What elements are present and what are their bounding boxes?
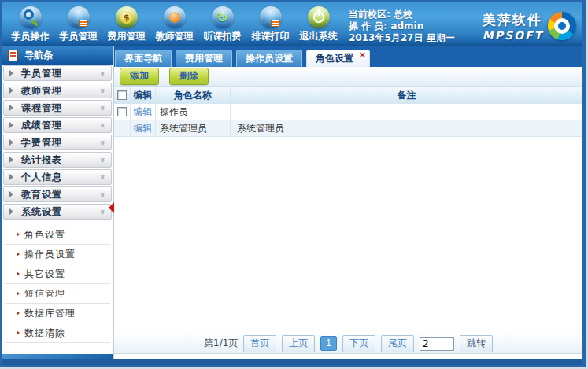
arrow-right-icon: [9, 157, 13, 163]
bottom-bar: [2, 359, 582, 365]
sidebar-item-score-manage[interactable]: 成绩管理 »: [3, 117, 112, 133]
brand-logo: 美萍软件 MPSOFT: [483, 2, 582, 46]
main-area: 导航条 学员管理 » 教师管理 » 课程管理 »: [2, 46, 582, 359]
toolbar-item-label: 教师管理: [156, 30, 194, 43]
sidebar-title: 导航条: [24, 49, 53, 62]
role-name-cell: 操作员: [156, 104, 231, 120]
action-toolbar: 添加 删除: [114, 67, 582, 87]
table-row: 编辑 系统管理员 系统管理员: [114, 120, 582, 137]
arrow-right-icon: [17, 330, 20, 335]
close-icon[interactable]: ×: [359, 50, 366, 59]
table-row: 编辑 操作员: [114, 104, 582, 120]
toolbar-item-attend-deduct[interactable]: ↻ 听课扣费: [198, 5, 246, 46]
sidebar-item-teacher-manage[interactable]: 教师管理 »: [3, 83, 112, 98]
sidebar-subitem-sms-manage[interactable]: 短信管理: [5, 284, 110, 304]
prev-page-button[interactable]: 上页: [282, 335, 315, 352]
brand-name-cn: 美萍软件: [483, 11, 543, 29]
chevron-double-icon: »: [98, 70, 108, 76]
session-info: 当前校区: 总校 操 作 员: admin 2013年5月27日 星期一: [349, 2, 455, 46]
arrow-right-icon: [17, 291, 20, 296]
sidebar-subitem-operator-settings[interactable]: 操作员设置: [5, 245, 110, 264]
arrow-right-icon: [9, 174, 13, 180]
current-operator: 操 作 员: admin: [349, 20, 455, 32]
sidebar-submenu-system-settings: 角色设置 操作员设置 其它设置 短信管理: [2, 220, 113, 354]
page-info: 第1/1页: [204, 337, 238, 350]
arrow-right-icon: [17, 311, 20, 315]
row-check-cell: [114, 120, 131, 136]
edit-cell: 编辑: [131, 104, 156, 120]
arrow-right-icon: [9, 105, 13, 111]
current-page-button[interactable]: 1: [320, 336, 337, 351]
sidebar-item-student-manage[interactable]: 学员管理 »: [3, 65, 112, 81]
brand-logo-icon: [548, 12, 576, 40]
add-button[interactable]: 添加: [120, 68, 159, 85]
arrow-right-icon: [17, 271, 20, 276]
chevron-double-icon: »: [98, 139, 108, 145]
sidebar-item-education-settings[interactable]: 教育设置 »: [3, 186, 112, 202]
edit-column-header: 编辑: [131, 87, 156, 103]
row-checkbox[interactable]: [117, 107, 127, 116]
sidebar-item-tuition-manage[interactable]: 学费管理 »: [3, 135, 112, 150]
edit-link[interactable]: 编辑: [134, 105, 153, 119]
chevron-double-icon: »: [98, 105, 108, 110]
tab-fee-manage[interactable]: 费用管理: [176, 50, 232, 67]
tab-interface-nav[interactable]: 界面导航: [115, 50, 172, 67]
chevron-double-icon: »: [98, 174, 108, 179]
role-table: 编辑 角色名称 备注 编辑 操作员: [114, 87, 582, 137]
toolbar-item-label: 排课打印: [252, 30, 290, 43]
delete-button[interactable]: 删除: [169, 68, 209, 85]
chevron-double-icon: »: [98, 208, 108, 214]
select-all-cell: [114, 87, 131, 103]
toolbar-item-logout[interactable]: 退出系统: [294, 5, 342, 46]
first-page-button[interactable]: 首页: [243, 335, 276, 352]
toolbar-item-label: 退出系统: [300, 30, 338, 43]
current-campus: 当前校区: 总校: [349, 9, 455, 20]
row-check-cell: [114, 104, 131, 120]
select-all-checkbox[interactable]: [117, 90, 127, 100]
toolbar-item-teacher-manage[interactable]: 教师管理: [150, 5, 198, 46]
next-page-button[interactable]: 下页: [342, 335, 375, 352]
content-area: 界面导航 费用管理 操作员设置 角色设置 × 添加 删除: [114, 46, 582, 359]
sidebar-item-system-settings[interactable]: 系统设置 »: [3, 204, 112, 220]
toolbar-item-fee-manage[interactable]: $ 费用管理: [102, 5, 150, 46]
chevron-double-icon: »: [98, 87, 108, 93]
main-window: 学员操作 学员管理 $ 费用管理 教师管理 ↻ 听课扣费: [0, 0, 586, 367]
sidebar-subitem-data-clear[interactable]: 数据清除: [5, 323, 110, 343]
schedule-print-icon: [260, 6, 282, 28]
pagination-bar: 第1/1页 首页 上页 1 下页 尾页 跳转: [114, 334, 582, 354]
toolbar-item-student-operate[interactable]: 学员操作: [6, 5, 54, 46]
sidebar-subitem-database-manage[interactable]: 数据库管理: [5, 304, 110, 323]
sidebar-scroll-indicator-icon: [109, 202, 114, 213]
toolbar-item-label: 费用管理: [108, 30, 146, 43]
arrow-right-icon: [9, 70, 13, 76]
sidebar-item-personal-info[interactable]: 个人信息 »: [3, 169, 112, 185]
last-page-button[interactable]: 尾页: [381, 335, 414, 352]
jump-page-input[interactable]: [420, 337, 454, 351]
remark-cell: [231, 104, 582, 120]
sidebar-item-statistics-report[interactable]: 统计报表 »: [3, 152, 112, 168]
sidebar-subitem-other-settings[interactable]: 其它设置: [5, 264, 110, 284]
navigation-icon: [8, 50, 18, 61]
sidebar-item-course-manage[interactable]: 课程管理 »: [3, 100, 112, 116]
arrow-right-icon: [9, 191, 13, 197]
remark-column-header: 备注: [231, 87, 582, 103]
toolbar-item-student-manage[interactable]: 学员管理: [54, 5, 102, 46]
toolbar-item-label: 听课扣费: [204, 30, 242, 43]
sidebar: 导航条 学员管理 » 教师管理 » 课程管理 »: [2, 46, 114, 359]
edit-cell: 编辑: [131, 120, 156, 136]
arrow-right-icon: [9, 87, 13, 94]
teacher-manage-icon: [164, 6, 186, 28]
top-header: 学员操作 学员管理 $ 费用管理 教师管理 ↻ 听课扣费: [2, 2, 582, 46]
toolbar-item-label: 学员管理: [60, 30, 98, 43]
application-window: 学员操作 学员管理 $ 费用管理 教师管理 ↻ 听课扣费: [0, 0, 588, 369]
toolbar-item-schedule-print[interactable]: 排课打印: [246, 5, 294, 46]
arrow-right-icon: [17, 232, 20, 237]
sidebar-subitem-role-settings[interactable]: 角色设置: [5, 225, 110, 245]
remark-cell: 系统管理员: [231, 120, 582, 136]
edit-link[interactable]: 编辑: [134, 122, 153, 135]
chevron-double-icon: »: [98, 191, 108, 197]
tab-role-settings[interactable]: 角色设置 ×: [306, 50, 370, 67]
tab-operator-settings[interactable]: 操作员设置: [236, 50, 302, 67]
jump-button[interactable]: 跳转: [460, 335, 493, 352]
arrow-right-icon: [9, 208, 13, 215]
